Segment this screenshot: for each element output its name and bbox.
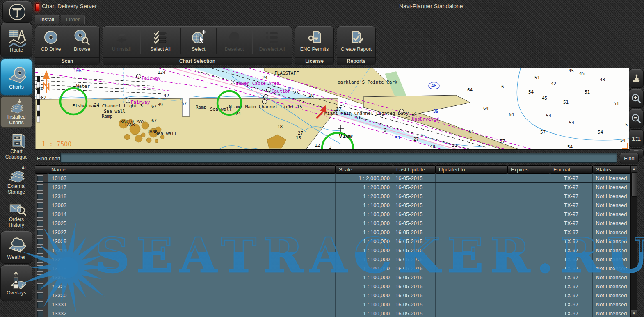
cell-last_update: 16-05-2015 (393, 300, 436, 309)
table-row[interactable]: 101031 : 2,000,00016-05-2015TX-97Not Lic… (35, 174, 630, 183)
table-row[interactable]: 133191 : 100,00016-05-2015TX-97Not Licen… (35, 273, 630, 282)
button-label: ENC Permits (300, 46, 329, 52)
sidebar-item-route[interactable]: Route (0, 23, 32, 58)
svg-text:27: 27 (413, 137, 419, 142)
svg-text:Sea wall: Sea wall (210, 107, 232, 112)
table-row[interactable]: 133141 : 100,00016-05-2015TX-97Not Licen… (35, 246, 630, 255)
zoom-out-button[interactable] (629, 109, 644, 128)
cell-name: 13025 (48, 219, 336, 228)
table-row[interactable]: 130141 : 100,00016-05-2015TX-97Not Licen… (35, 210, 630, 219)
svg-text:54: 54 (569, 120, 575, 125)
row-checkbox[interactable] (37, 238, 43, 245)
column-header-status[interactable]: Status (593, 165, 630, 174)
select-all-button[interactable]: Select All (140, 26, 180, 55)
app-logo[interactable] (2, 1, 32, 23)
select-button[interactable]: Select (181, 26, 216, 55)
cell-name: 13316 (48, 255, 336, 264)
button-label: Select All (150, 46, 170, 52)
svg-text:18: 18 (308, 93, 314, 98)
cell-last_update: 16-05-2015 (393, 219, 436, 228)
sidebar-item-external-storage[interactable]: AllExternalStorage (0, 163, 32, 196)
find-chart-input[interactable] (60, 153, 617, 163)
column-header-name[interactable]: Name (48, 165, 336, 174)
row-checkbox-cell (35, 201, 48, 210)
row-checkbox[interactable] (37, 265, 43, 272)
table-row[interactable]: 123171 : 200,00016-05-2015TX-97Not Licen… (35, 183, 630, 192)
svg-text:51: 51 (614, 101, 619, 106)
row-checkbox-cell (35, 300, 48, 309)
table-row[interactable]: 133281 : 100,00016-05-2015TX-97Not Licen… (35, 282, 630, 291)
table-row[interactable]: 130251 : 100,00016-05-2015TX-97Not Licen… (35, 219, 630, 228)
cd-drive-icon (43, 29, 59, 46)
tab-install[interactable]: Install (35, 15, 59, 24)
cell-updated_to (436, 300, 507, 309)
chart-map[interactable]: 106124821cbWateriFairwayFLAGSTAFFiSewer … (35, 68, 629, 150)
column-header-checkbox[interactable] (35, 165, 48, 174)
row-checkbox[interactable] (37, 202, 43, 209)
table-row[interactable]: 133311 : 100,00016-05-2015TX-97Not Licen… (35, 300, 630, 309)
table-scrollbar[interactable]: ▲ ▼ (630, 165, 637, 317)
row-checkbox[interactable] (37, 175, 43, 182)
cell-status: Not Licensed (593, 264, 630, 273)
row-checkbox[interactable] (37, 211, 43, 218)
table-row[interactable]: 133321 : 100,00016-05-2015TX-97Not Licen… (35, 309, 630, 317)
sidebar-item-label: ExternalStorage (7, 183, 25, 195)
row-checkbox[interactable] (37, 193, 43, 200)
own-ship-button[interactable] (629, 69, 644, 88)
sidebar-item-weather[interactable]: Weather (0, 231, 32, 264)
sidebar-item-chart-catalogue[interactable]: ChartCatalogue (0, 129, 32, 162)
svg-text:48: 48 (431, 83, 436, 89)
weather-icon (7, 235, 26, 254)
scale-1-1-button[interactable]: 1:1 (629, 129, 644, 147)
row-checkbox[interactable] (37, 292, 43, 299)
scroll-up-icon[interactable]: ▲ (631, 166, 637, 172)
table-row[interactable]: 130291 : 100,00016-05-2015TX-97Not Licen… (35, 237, 630, 246)
tab-order[interactable]: Order (61, 15, 85, 24)
create-report-button[interactable]: Create Report (337, 26, 375, 55)
table-row[interactable]: 130271 : 100,00016-05-2015TX-97Not Licen… (35, 228, 630, 237)
cell-updated_to (436, 183, 507, 192)
browse-button[interactable]: Browse (66, 26, 98, 55)
zoom-in-button[interactable] (629, 89, 644, 108)
cd-drive-button[interactable]: CD Drive (35, 26, 66, 55)
table-row[interactable]: 133181 : 100,00016-05-2015TX-97Not Licen… (35, 264, 630, 273)
column-header-updated-to[interactable]: Updated to (436, 165, 507, 174)
row-checkbox[interactable] (37, 247, 43, 254)
sidebar-item-orders-history[interactable]: OrdersHistory (0, 198, 32, 230)
row-checkbox-cell (35, 192, 48, 201)
cell-updated_to (436, 174, 507, 182)
svg-text:24: 24 (235, 111, 241, 116)
find-button[interactable]: Find (620, 153, 639, 164)
sidebar-item-overlays[interactable]: AOverlays (0, 265, 32, 301)
table-row[interactable]: 133161 : 100,00016-05-2015TX-97Not Licen… (35, 255, 630, 264)
scroll-down-icon[interactable]: ▼ (631, 310, 637, 317)
column-header-scale[interactable]: Scale (336, 165, 393, 174)
svg-text:parkland S Pointe Park: parkland S Pointe Park (338, 80, 397, 85)
row-checkbox[interactable] (37, 274, 43, 281)
column-header-format[interactable]: Format (550, 165, 593, 174)
row-checkbox[interactable] (37, 229, 43, 236)
column-header-expires[interactable]: Expires (507, 165, 550, 174)
sidebar-item-installed-charts[interactable]: InstalledCharts (0, 96, 32, 128)
table-row[interactable]: 123181 : 200,00016-05-2015TX-97Not Licen… (35, 192, 630, 201)
scrollbar-thumb[interactable] (631, 172, 637, 197)
row-checkbox[interactable] (37, 283, 43, 290)
row-checkbox[interactable] (37, 310, 43, 317)
row-checkbox[interactable] (37, 184, 43, 191)
cell-last_update: 16-05-2015 (393, 291, 436, 300)
svg-text:Sewer Cable Area: Sewer Cable Area (236, 81, 279, 86)
sidebar-item-label: Overlays (7, 290, 26, 296)
cell-scale: 1 : 100,000 (336, 309, 393, 317)
table-row[interactable]: 133301 : 100,00016-05-2015TX-97Not Licen… (35, 291, 630, 300)
svg-text:18: 18 (277, 124, 283, 130)
enc-permits-button[interactable]: ENC Permits (295, 26, 333, 55)
row-checkbox[interactable] (37, 256, 43, 263)
row-checkbox[interactable] (37, 220, 43, 227)
cell-scale: 1 : 100,000 (336, 291, 393, 300)
column-header-last-update[interactable]: Last Update (393, 165, 436, 174)
cell-format: TX-97 (550, 282, 593, 291)
sidebar-item-charts[interactable]: Charts (0, 59, 32, 95)
cell-format: TX-97 (550, 273, 593, 282)
row-checkbox[interactable] (37, 301, 43, 308)
table-row[interactable]: 130031 : 100,00016-05-2015TX-97Not Licen… (35, 201, 630, 210)
